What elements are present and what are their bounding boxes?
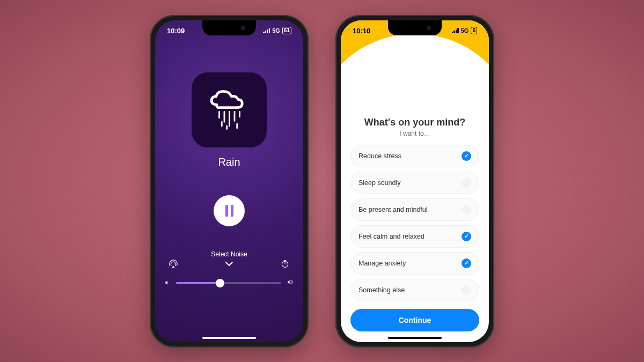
slider-thumb[interactable]: [216, 279, 224, 287]
timer-icon[interactable]: [280, 259, 290, 269]
status-indicators: 5G 61: [229, 27, 291, 34]
volume-high-icon: [287, 278, 294, 288]
status-bar: 10:10 5G 6: [341, 20, 489, 35]
status-bar: 10:09 5G 61: [155, 20, 303, 35]
status-time: 10:09: [167, 27, 229, 35]
option-label: Be present and mindful: [358, 206, 428, 213]
home-indicator[interactable]: [388, 337, 442, 339]
chevron-down-icon[interactable]: [224, 259, 234, 269]
question-area: What's on your mind? I want to… Reduce s…: [341, 109, 489, 306]
continue-button[interactable]: Continue: [350, 309, 479, 331]
home-indicator[interactable]: [202, 337, 256, 339]
pause-button[interactable]: [214, 195, 245, 226]
check-icon: ✓: [462, 258, 471, 268]
check-icon: ✓: [462, 151, 471, 161]
pause-icon: [225, 205, 228, 217]
option-sleep-soundly[interactable]: Sleep soundly: [350, 172, 479, 194]
option-label: Sleep soundly: [358, 179, 401, 187]
option-be-present[interactable]: Be present and mindful: [350, 198, 479, 221]
check-icon: [462, 178, 471, 188]
question-subtitle: I want to…: [399, 130, 430, 137]
signal-icon: [263, 28, 270, 33]
status-indicators: 5G 6: [415, 27, 477, 34]
control-row: [169, 259, 290, 269]
signal-icon: [452, 28, 459, 33]
rain-cloud-icon: [204, 84, 255, 135]
volume-slider[interactable]: [164, 278, 295, 288]
battery-icon: 6: [471, 27, 477, 34]
rain-sound-screen: 10:09 5G 61: [155, 20, 303, 342]
option-label: Manage anxiety: [358, 260, 406, 267]
option-manage-anxiety[interactable]: Manage anxiety ✓: [350, 252, 479, 275]
network-label: 5G: [461, 27, 469, 34]
select-noise-label: Select Noise: [211, 250, 247, 258]
battery-icon: 61: [282, 27, 291, 34]
option-something-else[interactable]: Something else: [350, 279, 479, 301]
option-label: Reduce stress: [358, 152, 401, 160]
track-title: Rain: [218, 156, 240, 168]
airplay-icon[interactable]: [169, 259, 178, 269]
option-feel-calm[interactable]: Feel calm and relaxed ✓: [350, 225, 479, 248]
check-icon: [462, 285, 471, 295]
status-time: 10:10: [353, 27, 415, 35]
phone-right: 10:10 5G 6 What's on your mind? I want t…: [335, 15, 494, 348]
question-title: What's on your mind?: [364, 117, 465, 128]
header-illustration: 10:10 5G 6: [341, 20, 489, 109]
phone-left: 10:09 5G 61: [150, 15, 309, 348]
slider-track[interactable]: [176, 282, 282, 284]
slider-fill: [176, 282, 221, 284]
onboarding-screen: 10:10 5G 6 What's on your mind? I want t…: [341, 20, 489, 342]
volume-low-icon: [164, 278, 171, 288]
option-reduce-stress[interactable]: Reduce stress ✓: [350, 145, 479, 167]
check-icon: ✓: [462, 232, 471, 241]
option-label: Feel calm and relaxed: [358, 233, 425, 240]
option-label: Something else: [358, 286, 405, 294]
check-icon: [462, 205, 471, 215]
network-label: 5G: [272, 27, 280, 34]
sound-artwork: [192, 72, 267, 147]
continue-label: Continue: [399, 316, 431, 324]
